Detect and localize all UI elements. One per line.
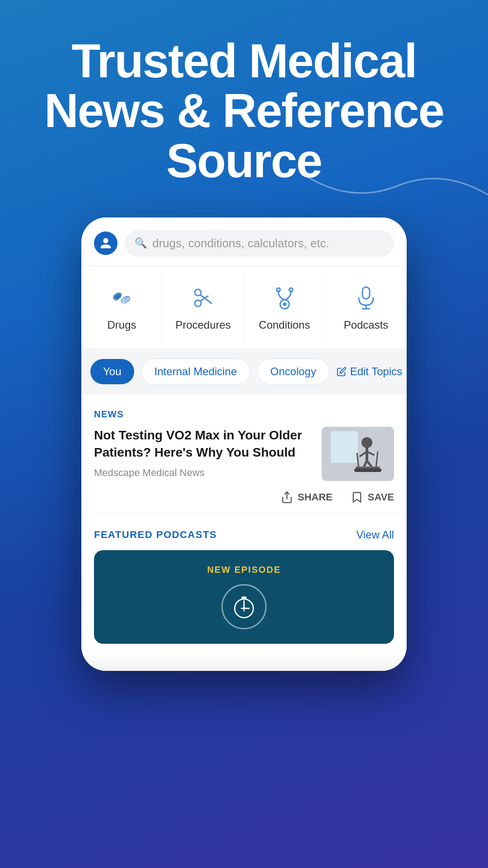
card-actions: SHARE SAVE [81,481,407,514]
category-item-podcasts[interactable]: Podcasts [325,271,407,344]
featured-podcasts-section: FEATURED PODCASTS View All NEW EPISODE [81,514,407,653]
save-label: SAVE [368,491,394,503]
save-icon [351,491,363,504]
view-all-button[interactable]: View All [356,528,394,541]
svg-rect-30 [241,596,246,599]
edit-icon [337,367,347,377]
category-grid: Drugs Procedures [81,266,407,349]
topic-chip-internal-medicine[interactable]: Internal Medicine [141,359,250,385]
podcast-card[interactable]: NEW EPISODE [94,550,394,644]
news-row: Not Testing VO2 Max in Your Older Patien… [94,427,394,481]
search-input-container[interactable]: 🔍 drugs, conditions, calculators, etc. [125,230,394,257]
svg-rect-11 [362,287,370,299]
category-item-conditions[interactable]: Conditions [244,271,325,344]
news-image-illustration [322,427,394,481]
phone-mockup: 🔍 drugs, conditions, calculators, etc. [81,217,407,671]
share-icon [281,491,293,504]
section-title: FEATURED PODCASTS [94,529,217,541]
news-source: Medscape Medical News [94,467,313,479]
podcasts-icon [352,283,380,312]
hero-section: Trusted Medical News & Reference Source [0,0,488,204]
svg-rect-22 [354,468,381,472]
search-placeholder: drugs, conditions, calculators, etc. [152,236,329,250]
user-icon [99,237,112,250]
news-image [322,427,394,481]
new-episode-badge: NEW EPISODE [207,565,281,575]
phone-screen: 🔍 drugs, conditions, calculators, etc. [81,217,407,671]
svg-line-5 [200,295,211,303]
phone-mockup-wrapper: 🔍 drugs, conditions, calculators, etc. [0,204,488,671]
topic-chip-you[interactable]: You [90,359,134,384]
procedures-icon [189,283,218,312]
share-button[interactable]: SHARE [281,491,333,504]
podcasts-label: Podcasts [344,319,389,331]
news-text: Not Testing VO2 Max in Your Older Patien… [94,427,313,479]
drugs-label: Drugs [107,319,136,331]
conditions-label: Conditions [259,319,310,331]
topic-chip-oncology[interactable]: Oncology [257,359,329,385]
news-card[interactable]: NEWS Not Testing VO2 Max in Your Older P… [81,395,407,481]
stopwatch-icon [230,593,258,620]
save-button[interactable]: SAVE [351,491,394,504]
search-bar-area: 🔍 drugs, conditions, calculators, etc. [81,217,407,266]
svg-point-8 [283,302,286,306]
news-content-area: NEWS Not Testing VO2 Max in Your Older P… [81,395,407,671]
phone-bottom-fade [81,653,407,671]
news-title: Not Testing VO2 Max in Your Older Patien… [94,427,313,461]
svg-point-9 [277,288,280,292]
news-label: NEWS [94,409,394,420]
category-item-drugs[interactable]: Drugs [81,271,163,344]
svg-point-16 [361,437,372,448]
svg-point-10 [289,288,293,292]
share-label: SHARE [298,491,333,503]
edit-topics-label: Edit Topics [350,365,403,378]
category-item-procedures[interactable]: Procedures [163,271,244,344]
conditions-icon [270,283,299,312]
search-icon: 🔍 [135,237,147,249]
user-avatar[interactable] [94,231,117,255]
drugs-icon [108,283,136,312]
section-header: FEATURED PODCASTS View All [94,528,394,541]
topics-filter-row: You Internal Medicine Oncology Edit Topi… [81,349,407,395]
podcast-icon [221,584,267,629]
edit-topics-button[interactable]: Edit Topics [337,365,403,378]
procedures-label: Procedures [175,319,231,331]
svg-rect-15 [331,431,358,463]
